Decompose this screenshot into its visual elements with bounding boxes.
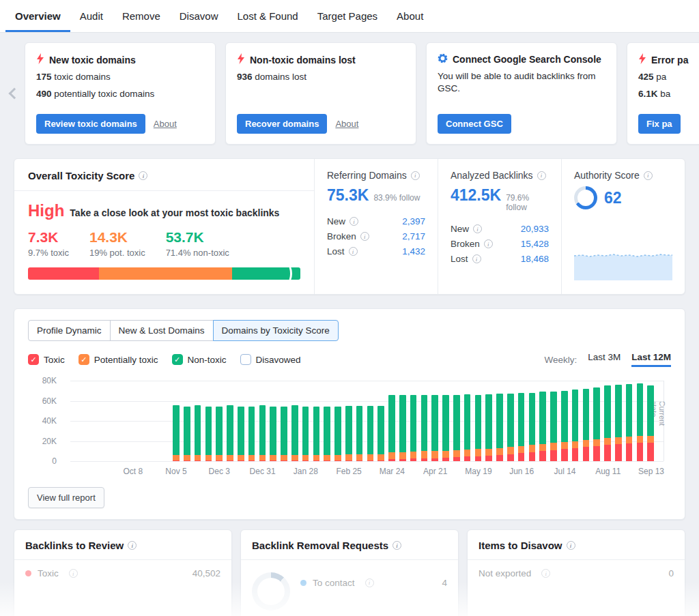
stacked-bar-week-30[interactable] [496, 394, 503, 461]
stat-value[interactable]: 2,717 [402, 231, 425, 241]
tab-profile-dynamic[interactable]: Profile Dynamic [28, 320, 111, 341]
referring-domains-value[interactable]: 75.3K [327, 186, 369, 205]
stacked-bar-week-29[interactable] [485, 394, 492, 461]
stacked-bar-week-37[interactable] [572, 390, 579, 461]
connect-gsc-button[interactable]: Connect GSC [438, 114, 511, 134]
review-toxic-domains-button[interactable]: Review toxic domains [36, 114, 145, 134]
stacked-bar-week-2[interactable] [195, 405, 201, 461]
legend-toxic-checkbox[interactable]: Toxic [28, 354, 65, 365]
stacked-bar-week-13[interactable] [313, 407, 320, 461]
period-last-3m[interactable]: Last 3M [588, 352, 620, 367]
tab-overview[interactable]: Overview [5, 0, 70, 32]
stacked-bar-week-16[interactable] [345, 406, 352, 461]
tab-lost-found[interactable]: Lost & Found [227, 0, 307, 32]
recover-domains-button[interactable]: Recover domains [237, 114, 327, 134]
info-icon[interactable] [484, 239, 493, 248]
stacked-bar-week-23[interactable] [421, 395, 428, 461]
stacked-bar-week-25[interactable] [442, 395, 449, 461]
stacked-bar-week-44[interactable] [647, 385, 654, 461]
stacked-bar-week-32[interactable] [518, 393, 525, 461]
stacked-bar-week-1[interactable] [184, 407, 190, 461]
info-icon[interactable] [365, 578, 374, 587]
tab-about[interactable]: About [387, 0, 433, 32]
stacked-bar-week-41[interactable] [615, 385, 622, 461]
tab-target-pages[interactable]: Target Pages [308, 0, 387, 32]
stacked-bar-week-40[interactable] [604, 385, 611, 461]
info-icon[interactable] [567, 541, 575, 550]
info-icon[interactable] [537, 171, 546, 180]
legend-disavowed-checkbox[interactable]: Disavowed [240, 354, 301, 365]
info-icon[interactable] [349, 247, 358, 256]
bar-segment-potentially_toxic [388, 452, 395, 459]
stacked-bar-week-24[interactable] [431, 395, 438, 461]
tab-remove[interactable]: Remove [113, 0, 170, 32]
stacked-bar-week-5[interactable] [227, 405, 233, 461]
tab-disavow[interactable]: Disavow [170, 0, 228, 32]
stacked-bar-week-9[interactable] [270, 407, 276, 461]
info-icon[interactable] [360, 232, 369, 241]
legend-non-toxic-checkbox[interactable]: Non-toxic [172, 354, 227, 365]
tab-audit[interactable]: Audit [70, 0, 113, 32]
row-value[interactable]: 40,502 [192, 568, 220, 578]
info-icon[interactable] [541, 569, 550, 578]
analyzed-backlinks-value[interactable]: 412.5K [451, 186, 501, 205]
stacked-bar-week-19[interactable] [377, 406, 384, 461]
stat-value[interactable]: 2,397 [402, 216, 425, 226]
stacked-bar-week-26[interactable] [453, 395, 460, 461]
stacked-bar-week-43[interactable] [637, 383, 644, 461]
stacked-bar-week-35[interactable] [550, 392, 557, 461]
row-value[interactable]: 0 [668, 568, 674, 578]
about-link[interactable]: About [154, 119, 177, 129]
tab-new-lost-domains[interactable]: New & Lost Domains [110, 320, 214, 341]
stacked-bar-week-22[interactable] [410, 395, 417, 461]
stacked-bar-week-33[interactable] [529, 393, 536, 461]
period-last-12m[interactable]: Last 12M [631, 352, 671, 367]
stacked-bar-week-0[interactable] [173, 405, 180, 461]
stacked-bar-week-6[interactable] [238, 407, 244, 461]
info-icon[interactable] [393, 541, 401, 550]
stacked-bar-week-10[interactable] [281, 407, 287, 461]
bar-segment-non_toxic [227, 405, 233, 454]
stacked-bar-week-11[interactable] [291, 405, 298, 461]
carousel-prev-button[interactable] [4, 89, 25, 98]
info-icon[interactable] [350, 217, 358, 226]
fix-pages-button[interactable]: Fix pa [638, 114, 681, 134]
stacked-bar-week-7[interactable] [248, 407, 255, 461]
legend-potentially-toxic-checkbox[interactable]: Potentially toxic [79, 354, 158, 365]
info-icon[interactable] [473, 224, 482, 233]
stacked-bar-week-12[interactable] [302, 407, 309, 461]
stacked-bar-week-42[interactable] [626, 384, 633, 461]
info-icon[interactable] [644, 171, 653, 180]
stacked-bar-week-39[interactable] [593, 387, 600, 461]
stacked-bar-week-34[interactable] [539, 392, 546, 461]
bar-segment-potentially_toxic [507, 447, 514, 454]
stacked-bar-week-8[interactable] [259, 405, 266, 461]
info-icon[interactable] [69, 569, 78, 578]
stacked-bar-week-3[interactable] [205, 407, 212, 461]
about-link[interactable]: About [335, 119, 358, 129]
stacked-bar-week-36[interactable] [561, 391, 568, 461]
stacked-bar-week-18[interactable] [367, 406, 374, 461]
stacked-bar-week-4[interactable] [216, 407, 223, 461]
stat-value[interactable]: 20,933 [521, 224, 549, 234]
stat-value[interactable]: 1,432 [402, 246, 425, 256]
info-icon[interactable] [128, 541, 137, 550]
stacked-bar-week-20[interactable] [388, 395, 395, 461]
stacked-bar-week-31[interactable] [507, 394, 514, 461]
stat-value[interactable]: 15,428 [521, 239, 549, 249]
info-icon[interactable] [411, 171, 420, 180]
stacked-bar-week-27[interactable] [464, 394, 471, 461]
stacked-bar-week-15[interactable] [334, 407, 341, 461]
tab-domains-by-toxicity-score[interactable]: Domains by Toxicity Score [213, 320, 339, 341]
row-value[interactable]: 4 [442, 578, 447, 588]
info-icon[interactable] [472, 254, 481, 263]
bar-segment-toxic [561, 449, 568, 461]
view-full-report-button[interactable]: View full report [28, 487, 104, 508]
stacked-bar-week-28[interactable] [475, 395, 482, 461]
stat-value[interactable]: 18,468 [521, 254, 549, 264]
info-icon[interactable] [139, 171, 147, 180]
stacked-bar-week-17[interactable] [356, 406, 363, 461]
stacked-bar-week-38[interactable] [583, 389, 590, 461]
stacked-bar-week-21[interactable] [399, 395, 406, 461]
stacked-bar-week-14[interactable] [324, 407, 330, 461]
